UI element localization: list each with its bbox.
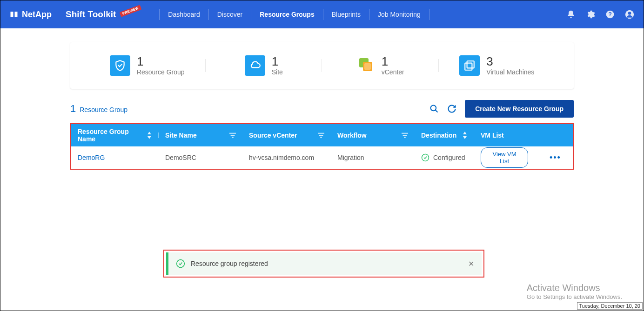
row-destination: Configured: [421, 153, 468, 162]
sort-icon: [147, 132, 152, 139]
nav-discover[interactable]: Discover: [217, 11, 242, 18]
stat-label: Site: [272, 68, 283, 76]
shield-icon: [110, 55, 130, 76]
svg-point-11: [431, 106, 436, 111]
stat-value: 1: [272, 55, 283, 67]
svg-rect-0: [11, 12, 13, 17]
col-label: Workflow: [337, 132, 367, 139]
col-label: Destination: [421, 132, 456, 139]
main-nav: Dashboard Discover Resource Groups Bluep…: [151, 9, 438, 20]
brand-logo: NetApp: [10, 10, 52, 20]
col-label: Resource Group Name: [78, 128, 147, 143]
svg-rect-17: [232, 137, 234, 138]
filter-icon: [229, 132, 236, 139]
vcenter-icon: [356, 55, 375, 76]
svg-rect-18: [318, 133, 324, 134]
svg-rect-9: [465, 63, 472, 70]
nav-blueprints[interactable]: Blueprints: [332, 11, 361, 18]
toast-message: Resource group registered: [191, 260, 463, 267]
refresh-icon[interactable]: [447, 104, 456, 113]
check-circle-icon: [176, 259, 185, 268]
count-value: 1: [70, 103, 76, 115]
create-resource-group-button[interactable]: Create New Resource Group: [465, 100, 574, 118]
nav-divider: [208, 9, 209, 20]
view-vm-list-button[interactable]: View VM List: [481, 147, 528, 168]
col-name[interactable]: Resource Group Name: [71, 128, 159, 143]
svg-line-12: [436, 110, 438, 112]
nav-divider: [369, 9, 369, 20]
count-label: Resource Group: [80, 106, 127, 113]
toast-notification: Resource group registered ✕: [166, 252, 482, 275]
sort-icon: [462, 132, 468, 139]
row-site: DemoSRC: [159, 154, 242, 161]
destination-label: Configured: [433, 154, 465, 161]
search-icon[interactable]: [429, 104, 439, 113]
stat-site: 1Site: [206, 55, 322, 76]
stat-value: 1: [382, 55, 404, 67]
stat-vms: 3Virtual Machines: [439, 55, 556, 76]
watermark-title: Activate Windows: [527, 283, 622, 293]
date-tooltip: Tuesday, December 10, 20: [577, 302, 643, 310]
svg-rect-1: [15, 12, 18, 17]
col-source[interactable]: Source vCenter: [242, 132, 331, 139]
table-row: DemoRG DemoSRC hv-vcsa.nimdemo.com Migra…: [71, 146, 573, 169]
svg-rect-22: [403, 135, 407, 136]
more-actions-button[interactable]: •••: [550, 153, 561, 162]
table-header: Resource Group Name Site Name Source vCe…: [71, 124, 573, 146]
product-title: Shift Toolkit: [66, 9, 116, 20]
close-icon[interactable]: ✕: [468, 259, 474, 268]
svg-rect-23: [404, 137, 406, 138]
watermark-sub: Go to Settings to activate Windows.: [527, 293, 622, 300]
nav-divider: [429, 9, 429, 20]
col-destination[interactable]: Destination: [415, 132, 474, 139]
stat-vcenter: 1vCenter: [322, 55, 439, 76]
col-label: VM List: [481, 132, 504, 139]
svg-marker-24: [463, 132, 467, 134]
table-highlight-box: Resource Group Name Site Name Source vCe…: [70, 123, 574, 170]
count-indicator: 1 Resource Group: [70, 103, 127, 115]
col-workflow[interactable]: Workflow: [331, 132, 415, 139]
stat-label: vCenter: [382, 68, 404, 76]
svg-point-26: [422, 154, 429, 161]
svg-rect-19: [319, 135, 323, 136]
col-vmlist: VM List: [474, 132, 535, 139]
stat-value: 1: [137, 55, 185, 67]
stats-card: 1Resource Group 1Site 1vCenter 3Virtual …: [70, 42, 574, 89]
bell-icon[interactable]: [566, 10, 576, 19]
svg-marker-25: [463, 136, 467, 139]
header-actions: ?: [566, 10, 634, 19]
filter-icon: [402, 132, 408, 139]
stat-label: Resource Group: [137, 68, 185, 76]
row-source: hv-vcsa.nimdemo.com: [242, 154, 331, 161]
preview-badge: PREVIEW: [120, 5, 142, 17]
app-header: NetApp Shift Toolkit PREVIEW Dashboard D…: [0, 0, 644, 28]
help-icon[interactable]: ?: [605, 10, 615, 19]
vm-icon: [459, 55, 480, 76]
row-name-link[interactable]: DemoRG: [78, 154, 105, 161]
svg-rect-15: [229, 133, 236, 134]
svg-marker-13: [148, 132, 151, 134]
cloud-icon: [245, 55, 265, 76]
svg-point-27: [177, 260, 185, 268]
filter-icon: [318, 132, 324, 139]
list-toolbar: 1 Resource Group Create New Resource Gro…: [70, 100, 574, 118]
user-icon[interactable]: [625, 10, 634, 19]
nav-divider: [159, 9, 160, 20]
brand-text: NetApp: [22, 10, 52, 20]
svg-point-5: [628, 12, 631, 15]
windows-watermark: Activate Windows Go to Settings to activ…: [527, 283, 622, 300]
svg-rect-20: [320, 137, 322, 138]
svg-rect-8: [364, 63, 371, 70]
stat-resource-group: 1Resource Group: [89, 55, 206, 76]
nav-divider: [251, 9, 251, 20]
gear-icon[interactable]: [586, 10, 595, 19]
nav-resource-groups[interactable]: Resource Groups: [260, 11, 314, 18]
nav-dashboard[interactable]: Dashboard: [168, 11, 200, 18]
col-site[interactable]: Site Name: [159, 132, 242, 139]
stat-label: Virtual Machines: [486, 68, 534, 76]
col-label: Source vCenter: [249, 132, 297, 139]
nav-job-monitoring[interactable]: Job Monitoring: [378, 11, 421, 18]
toast-highlight-box: Resource group registered ✕: [163, 250, 484, 278]
col-label: Site Name: [165, 132, 197, 139]
netapp-icon: [10, 10, 18, 19]
